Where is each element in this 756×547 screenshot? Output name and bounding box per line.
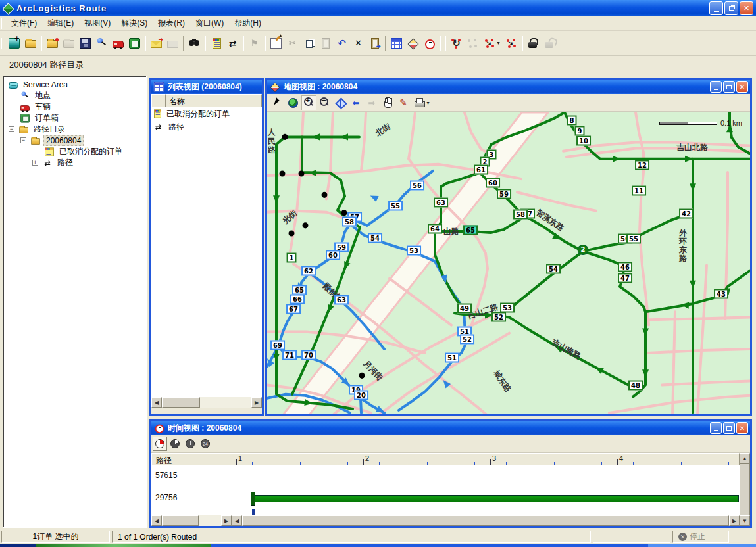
lock-routes-button[interactable] bbox=[525, 35, 542, 52]
route-column-header[interactable]: 路径 bbox=[152, 454, 176, 465]
time-view-vscrollbar[interactable]: ▲ ▼ bbox=[740, 453, 750, 526]
measure-tool[interactable] bbox=[395, 95, 411, 110]
stop-marker-43[interactable]: 43 bbox=[714, 289, 728, 299]
stop-marker-71[interactable]: 71 bbox=[282, 350, 297, 360]
stop-marker-60[interactable]: 60 bbox=[486, 178, 500, 188]
unassigned-orders-button[interactable] bbox=[208, 35, 224, 52]
stop-button[interactable]: ✕ 停止 bbox=[672, 531, 729, 543]
stop-marker-8[interactable]: 8 bbox=[567, 116, 577, 126]
route-row-label[interactable]: 57615 bbox=[155, 471, 177, 480]
stop-marker-53[interactable]: 53 bbox=[407, 246, 421, 256]
stop-marker-20[interactable]: 20 bbox=[354, 391, 368, 400]
close-button[interactable]: ✕ bbox=[740, 1, 753, 15]
new-archive-button[interactable] bbox=[6, 35, 22, 52]
stop-marker-42[interactable]: 42 bbox=[679, 209, 693, 219]
scroll-right-button[interactable]: ▶ bbox=[729, 515, 740, 526]
stop-marker-63[interactable]: 63 bbox=[334, 295, 349, 305]
column-header-blank[interactable] bbox=[151, 94, 166, 107]
time-minimize-button[interactable] bbox=[710, 422, 722, 434]
menu-item-5[interactable]: 窗口(W) bbox=[190, 16, 229, 31]
stop-marker-12[interactable]: 12 bbox=[635, 160, 649, 170]
list-view-button[interactable] bbox=[388, 35, 405, 52]
stop-marker-52[interactable]: 52 bbox=[491, 312, 506, 322]
paste-special-button[interactable] bbox=[366, 35, 383, 52]
scroll-thumb[interactable] bbox=[740, 464, 750, 515]
map-minimize-button[interactable] bbox=[710, 81, 722, 93]
dropdown-caret[interactable]: ▾ bbox=[497, 40, 499, 46]
properties-button[interactable] bbox=[268, 35, 284, 52]
stop-marker-46[interactable]: 46 bbox=[618, 262, 632, 272]
time-scale-quarter-button[interactable] bbox=[153, 437, 167, 451]
minimize-button[interactable] bbox=[709, 1, 723, 15]
new-order-button[interactable] bbox=[126, 35, 143, 52]
stop-marker-58[interactable]: 58 bbox=[513, 210, 528, 220]
stop-marker-52[interactable]: 52 bbox=[460, 335, 474, 345]
scroll-left-button[interactable]: ◀ bbox=[151, 515, 162, 526]
menu-item-1[interactable]: 编辑(E) bbox=[42, 16, 79, 31]
scroll-thumb[interactable] bbox=[162, 397, 200, 408]
pan-tool[interactable] bbox=[380, 95, 395, 110]
stop-marker-58[interactable]: 58 bbox=[342, 217, 357, 227]
select-tool[interactable] bbox=[269, 95, 285, 110]
tree-item-订单箱[interactable]: 订单箱 bbox=[5, 112, 146, 124]
new-vehicle-button[interactable] bbox=[110, 35, 126, 52]
stop-marker-56[interactable]: 56 bbox=[410, 181, 424, 191]
back-extent-tool[interactable] bbox=[348, 95, 364, 110]
stop-marker-2[interactable]: 2 bbox=[578, 245, 589, 255]
list-view-hscrollbar[interactable]: ◀ ▶ bbox=[151, 397, 262, 408]
expand-toggle[interactable]: + bbox=[32, 160, 38, 166]
zoom-out-tool[interactable] bbox=[316, 95, 332, 110]
scroll-thumb[interactable] bbox=[162, 515, 199, 526]
menu-item-2[interactable]: 视图(V) bbox=[79, 16, 116, 31]
stop-marker-64[interactable]: 64 bbox=[428, 224, 442, 234]
menu-item-4[interactable]: 报表(R) bbox=[153, 16, 190, 31]
menu-item-6[interactable]: 帮助(H) bbox=[229, 16, 266, 31]
scroll-right-button[interactable]: ▶ bbox=[251, 397, 262, 408]
stop-marker-55[interactable]: 55 bbox=[388, 201, 403, 211]
map-canvas[interactable]: 北街人民路光街吉山北路外环东路智溪东路山路吉山二路吉山南路城东路月河街殿前街 0… bbox=[267, 112, 750, 414]
assign-orders-button[interactable]: ▾ bbox=[481, 35, 503, 52]
full-extent-tool[interactable] bbox=[285, 95, 301, 110]
tree-item-路径目录[interactable]: −路径目录 bbox=[5, 124, 146, 135]
zoom-selected-tool[interactable] bbox=[332, 95, 348, 110]
stop-marker-10[interactable]: 10 bbox=[576, 136, 591, 146]
solve-button[interactable] bbox=[448, 35, 465, 52]
stop-marker-51[interactable]: 51 bbox=[445, 353, 459, 363]
map-view-button[interactable] bbox=[405, 35, 421, 52]
stop-marker-48[interactable]: 48 bbox=[628, 381, 643, 391]
stop-marker-49[interactable]: 49 bbox=[457, 304, 472, 314]
dropdown-caret[interactable]: ▾ bbox=[426, 100, 429, 106]
tree-item-已取消分配的订单[interactable]: 已取消分配的订单 bbox=[5, 146, 146, 157]
stop-marker-69[interactable]: 69 bbox=[270, 341, 285, 350]
time-view-button[interactable] bbox=[421, 35, 438, 52]
time-scale-24h-button[interactable] bbox=[198, 437, 213, 451]
stop-marker-9[interactable]: 9 bbox=[575, 126, 585, 136]
delete-button[interactable] bbox=[350, 35, 366, 52]
stop-marker-53[interactable]: 53 bbox=[500, 303, 515, 313]
tree-item-service-area[interactable]: Service Area bbox=[5, 79, 146, 90]
menu-item-0[interactable]: 文件(F) bbox=[6, 16, 42, 31]
undo-button[interactable] bbox=[334, 35, 350, 52]
copy-button[interactable] bbox=[301, 35, 317, 52]
map-view-titlebar[interactable]: 地图视图 : 20060804 ✕ bbox=[267, 80, 750, 94]
scroll-right-button[interactable]: ▶ bbox=[221, 515, 232, 526]
save-button[interactable] bbox=[77, 35, 93, 52]
list-item[interactable]: 路径 bbox=[151, 120, 262, 133]
stop-marker-65[interactable]: 65 bbox=[463, 226, 478, 235]
column-header-name[interactable]: 名称 bbox=[166, 94, 262, 107]
stop-marker-67[interactable]: 67 bbox=[286, 304, 301, 314]
map-maximize-button[interactable] bbox=[723, 81, 735, 93]
stop-marker-61[interactable]: 61 bbox=[474, 165, 488, 175]
tree-item-20060804[interactable]: −20060804 bbox=[5, 135, 146, 146]
unassign-orders-button[interactable] bbox=[503, 35, 520, 52]
time-maximize-button[interactable] bbox=[723, 422, 735, 434]
scroll-thumb[interactable] bbox=[242, 515, 729, 526]
new-folder-button[interactable] bbox=[44, 35, 61, 52]
tree-item-地点[interactable]: 地点 bbox=[5, 90, 146, 101]
stop-marker-60[interactable]: 60 bbox=[326, 250, 340, 260]
stop-marker-47[interactable]: 47 bbox=[618, 274, 632, 283]
stop-marker-59[interactable]: 59 bbox=[497, 189, 511, 199]
time-view-titlebar[interactable]: 时间视图 : 20060804 ✕ bbox=[151, 421, 750, 435]
stop-marker-70[interactable]: 70 bbox=[301, 350, 316, 360]
stop-marker-65[interactable]: 65 bbox=[292, 285, 307, 295]
